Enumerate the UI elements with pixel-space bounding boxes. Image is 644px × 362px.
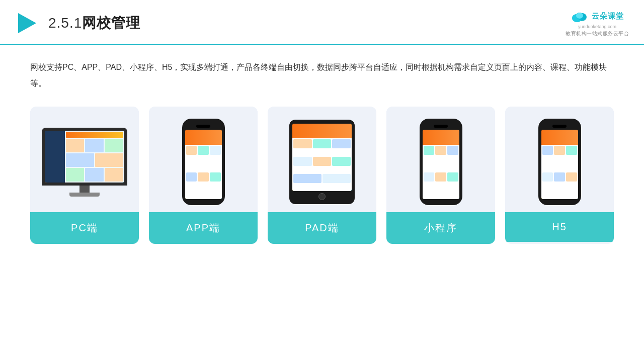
card-pc-label: PC端	[30, 212, 139, 244]
card-miniprogram: 小程序	[386, 107, 495, 244]
phone-mini-notch	[434, 125, 448, 128]
cloud-icon	[571, 9, 589, 23]
page-header: 2.5.1网校管理 云朵课堂 yunduoketang.com 教育机构一站式服…	[0, 0, 644, 45]
device-cards-container: PC端	[30, 107, 614, 244]
tablet-frame	[289, 120, 355, 204]
logo-text: 云朵课堂	[592, 12, 624, 21]
svg-point-6	[576, 13, 583, 19]
card-pc: PC端	[30, 107, 139, 244]
phone-mini-screen	[423, 130, 459, 199]
page-title: 2.5.1网校管理	[48, 14, 140, 33]
description-text: 网校支持PC、APP、PAD、小程序、H5，实现多端打通，产品各终端自由切换，数…	[30, 59, 614, 92]
phone-h5-notch	[552, 125, 567, 128]
logo-area: 云朵课堂 yunduoketang.com 教育机构一站式服务云平台	[566, 9, 629, 37]
phone-screen	[185, 130, 222, 199]
card-h5-image	[505, 107, 614, 212]
pc-monitor	[42, 128, 127, 197]
logo-cloud: 云朵课堂	[571, 9, 624, 23]
card-miniprogram-image	[386, 107, 495, 212]
phone-mini-frame	[420, 119, 462, 205]
phone-app-frame	[182, 119, 225, 205]
card-pad: PAD端	[268, 107, 376, 244]
phone-h5-screen	[541, 130, 578, 199]
svg-marker-0	[18, 13, 36, 33]
tablet-screen	[292, 124, 352, 191]
monitor-screen	[45, 131, 124, 183]
main-content: 网校支持PC、APP、PAD、小程序、H5，实现多端打通，产品各终端自由切换，数…	[0, 45, 644, 254]
phone-notch	[196, 125, 210, 128]
phone-h5-frame	[538, 119, 581, 205]
card-h5: H5	[505, 107, 614, 244]
card-pad-label: PAD端	[268, 212, 376, 244]
card-pc-image	[30, 107, 139, 212]
tablet-home-button	[318, 193, 326, 200]
logo-url: yunduoketang.com	[578, 24, 616, 29]
card-pad-image	[268, 107, 376, 212]
card-miniprogram-label: 小程序	[386, 212, 495, 244]
card-app-image	[149, 107, 258, 212]
logo-tagline: 教育机构一站式服务云平台	[566, 30, 629, 37]
card-app: APP端	[149, 107, 258, 244]
monitor-body	[42, 128, 127, 186]
play-icon	[15, 11, 39, 35]
card-h5-label: H5	[505, 212, 614, 242]
header-left: 2.5.1网校管理	[15, 11, 140, 35]
card-app-label: APP端	[149, 212, 258, 244]
